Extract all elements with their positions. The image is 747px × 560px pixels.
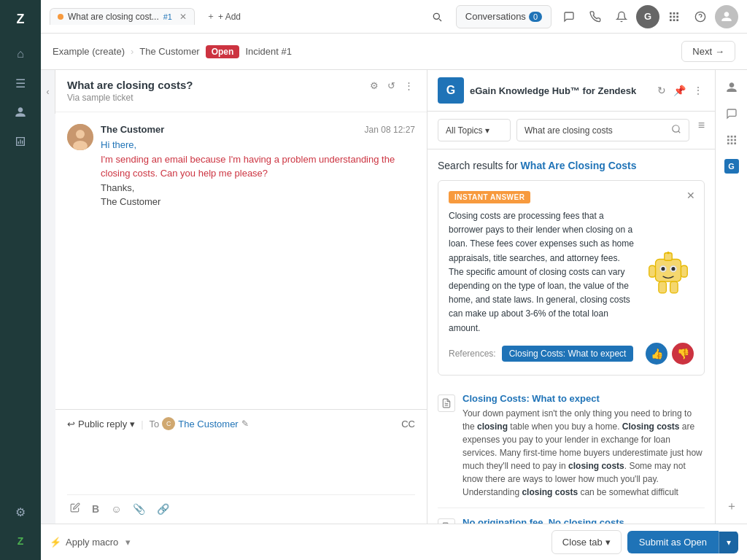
- message-content: The Customer Jan 08 12:27 Hi there, I'm …: [101, 124, 415, 209]
- recipient-selector[interactable]: C The Customer ✎: [162, 417, 248, 430]
- bold-icon[interactable]: B: [89, 502, 102, 516]
- macro-expand-icon[interactable]: ▾: [125, 537, 131, 548]
- instant-refs: References: Closing Costs: What to expec…: [449, 343, 694, 365]
- collapse-panel-button[interactable]: ‹: [41, 70, 55, 114]
- filter-icon[interactable]: ⚙: [368, 79, 380, 93]
- content-area: ‹ What are closing costs? Via sample tic…: [41, 70, 747, 524]
- result-title-2[interactable]: No origination fee. No closing costs.: [462, 517, 705, 524]
- kp-search-input[interactable]: [525, 125, 667, 136]
- ref-link[interactable]: Closing Costs: What to expect: [502, 346, 634, 362]
- next-button[interactable]: Next →: [681, 41, 735, 62]
- attachment-icon[interactable]: 📎: [130, 502, 148, 516]
- active-tab[interactable]: What are closing cost... #1 ✕: [50, 8, 195, 25]
- close-tab-chevron: ▾: [605, 537, 611, 548]
- result-item-2: No origination fee. No closing costs. Wi…: [438, 508, 705, 524]
- add-tab-button[interactable]: ＋ + Add: [201, 7, 247, 26]
- svg-point-16: [661, 267, 665, 271]
- kp-search-icon[interactable]: [671, 124, 681, 136]
- bottom-bar: ⚡ Apply macro ▾ Close tab ▾ Submit as Op…: [41, 524, 747, 560]
- thumbs-down-button[interactable]: 👎: [672, 343, 694, 365]
- compose-icon[interactable]: [67, 501, 83, 516]
- submit-main-button[interactable]: Submit as Open: [627, 531, 719, 553]
- rp-knowledge-icon[interactable]: G: [720, 155, 743, 178]
- bell-icon[interactable]: [610, 5, 633, 28]
- emoji-icon[interactable]: ☺: [108, 502, 124, 516]
- topbar-search-icon[interactable]: [424, 4, 450, 30]
- svg-rect-35: [727, 142, 729, 144]
- svg-rect-32: [727, 139, 729, 141]
- sidebar-item-customers[interactable]: [7, 99, 34, 125]
- sidebar-item-home[interactable]: ⌂: [7, 41, 34, 67]
- search-results-title: Search results for What Are Closing Cost…: [438, 160, 705, 171]
- cc-button[interactable]: CC: [401, 419, 415, 429]
- ticket-header: What are closing costs? Via sample ticke…: [55, 70, 427, 112]
- reply-toolbar: ↩ Public reply ▾ | To C The Customer ✎ C…: [67, 417, 415, 430]
- reply-area: ↩ Public reply ▾ | To C The Customer ✎ C…: [55, 409, 427, 524]
- next-label: Next: [692, 46, 712, 57]
- sidebar-item-zendesk[interactable]: Z: [7, 528, 34, 554]
- svg-rect-0: [670, 12, 672, 15]
- breadcrumb-example[interactable]: Example (create): [53, 46, 125, 57]
- link-icon[interactable]: 🔗: [154, 502, 172, 516]
- help-icon[interactable]: [689, 5, 712, 28]
- chat-icon[interactable]: [557, 5, 581, 28]
- add-label: + Add: [218, 12, 241, 22]
- message-text: I'm sending an email because I'm having …: [101, 152, 415, 181]
- message-author: The Customer: [101, 124, 164, 135]
- kp-title: eGain Knowledge Hub™ for Zendesk: [470, 85, 650, 96]
- tab-unsaved-dot: [58, 14, 63, 20]
- rp-add-icon[interactable]: ＋: [720, 494, 743, 518]
- topic-selector[interactable]: All Topics ▾: [438, 119, 511, 141]
- phone-icon[interactable]: [584, 5, 607, 28]
- knowledge-panel: G eGain Knowledge Hub™ for Zendesk ↻ 📌 ⋮…: [427, 70, 715, 524]
- main-area: What are closing cost... #1 ✕ ＋ + Add Co…: [41, 0, 747, 560]
- svg-rect-37: [734, 142, 736, 144]
- edit-recipient-icon[interactable]: ✎: [241, 419, 249, 429]
- conversations-count: 0: [529, 12, 542, 22]
- svg-rect-8: [676, 19, 678, 21]
- sidebar-item-views[interactable]: ☰: [7, 70, 34, 96]
- sidebar-item-settings[interactable]: ⚙: [7, 499, 34, 525]
- more-options-icon[interactable]: ⋮: [403, 79, 415, 93]
- status-badge: Open: [206, 45, 240, 58]
- ticket-actions: ⚙ ↺ ⋮: [368, 79, 415, 93]
- thumbs-up-button[interactable]: 👍: [646, 343, 667, 365]
- message-greeting: Hi there,: [101, 138, 415, 152]
- rp-apps-icon[interactable]: [720, 128, 743, 152]
- close-tab-button[interactable]: Close tab ▾: [551, 530, 622, 554]
- ticket-messages: The Customer Jan 08 12:27 Hi there, I'm …: [55, 112, 427, 409]
- result-content-2: No origination fee. No closing costs. Wi…: [462, 517, 705, 524]
- instant-answer-illustration: [643, 209, 694, 335]
- user-avatar[interactable]: [715, 5, 738, 28]
- apps-icon[interactable]: [662, 5, 686, 28]
- tab-close-button[interactable]: ✕: [179, 12, 187, 22]
- history-icon[interactable]: ↺: [386, 79, 397, 93]
- reply-type-selector[interactable]: ↩ Public reply ▾: [67, 419, 135, 429]
- rp-user-icon[interactable]: [720, 76, 743, 99]
- ticket-subtitle: Via sample ticket: [67, 93, 368, 103]
- conversations-button[interactable]: Conversations 0: [456, 5, 551, 28]
- incident-label: Incident #1: [245, 46, 292, 57]
- result-content-1: Closing Costs: What to expect Your down …: [462, 393, 705, 499]
- svg-rect-7: [673, 19, 676, 21]
- breadcrumb-customer[interactable]: The Customer: [139, 46, 199, 57]
- rp-chat-icon[interactable]: [720, 102, 743, 125]
- svg-rect-4: [673, 15, 676, 18]
- result-title-1[interactable]: Closing Costs: What to expect: [462, 393, 705, 404]
- topic-label: All Topics: [446, 125, 482, 136]
- refresh-icon[interactable]: ↻: [656, 83, 667, 98]
- kp-more-icon[interactable]: ⋮: [692, 83, 705, 98]
- svg-rect-34: [734, 139, 736, 141]
- kp-header: G eGain Knowledge Hub™ for Zendesk ↻ 📌 ⋮: [427, 70, 715, 112]
- pin-icon[interactable]: 📌: [672, 83, 687, 98]
- sidebar-item-reports[interactable]: [7, 128, 34, 155]
- apply-macro-button[interactable]: ⚡ Apply macro ▾: [50, 537, 546, 548]
- instant-answer-close[interactable]: ✕: [686, 190, 695, 201]
- message-header: The Customer Jan 08 12:27: [101, 124, 415, 135]
- tab-number: #1: [163, 12, 172, 21]
- kp-menu-icon[interactable]: ≡: [698, 119, 705, 141]
- reply-input[interactable]: [67, 436, 415, 494]
- submit-dropdown-button[interactable]: ▾: [719, 532, 738, 553]
- macro-label: Apply macro: [66, 537, 118, 548]
- sidebar-logo: Z: [7, 6, 34, 32]
